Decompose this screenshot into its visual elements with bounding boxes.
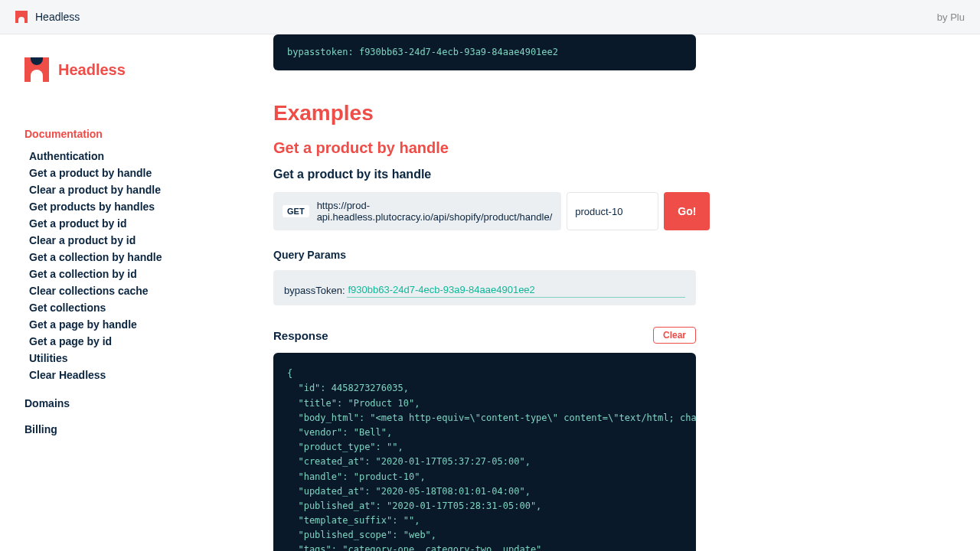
heading-examples: Examples	[273, 101, 980, 126]
nav-item-clear-collections-cache[interactable]: Clear collections cache	[24, 282, 234, 299]
nav-item-get-collection-by-id[interactable]: Get a collection by id	[24, 266, 234, 282]
sidebar-header: Headless	[24, 57, 234, 82]
request-row: GET https://prod-api.headless.plutocracy…	[273, 192, 696, 230]
request-url: https://prod-api.headless.plutocracy.io/…	[317, 200, 553, 223]
query-params-box: bypassToken:	[273, 270, 696, 305]
nav-item-clear-product-by-id[interactable]: Clear a product by id	[24, 232, 234, 249]
nav-item-get-collection-by-handle[interactable]: Get a collection by handle	[24, 249, 234, 266]
nav-item-clear-product-by-handle[interactable]: Clear a product by handle	[24, 181, 234, 198]
app-logo-icon	[15, 11, 28, 23]
method-badge: GET	[283, 205, 309, 217]
handle-input[interactable]	[567, 192, 658, 230]
app-title: Headless	[35, 11, 80, 23]
topbar: Headless by Plu	[0, 0, 980, 34]
topbar-left: Headless	[15, 11, 80, 23]
subheading-get-product-by-its-handle: Get a product by its handle	[273, 168, 980, 181]
request-box: GET https://prod-api.headless.plutocracy…	[273, 192, 561, 230]
nav-section-billing[interactable]: Billing	[24, 423, 234, 435]
nav-item-authentication[interactable]: Authentication	[24, 148, 234, 165]
nav-item-get-page-by-handle[interactable]: Get a page by handle	[24, 316, 234, 333]
sidebar: Headless Documentation Authentication Ge…	[0, 34, 256, 551]
nav-item-get-page-by-id[interactable]: Get a page by id	[24, 333, 234, 350]
heading-response: Response	[273, 329, 328, 342]
param-input-bypasstoken[interactable]	[347, 282, 686, 298]
top-code-block: bypasstoken: f930bb63-24d7-4ecb-93a9-84a…	[273, 34, 696, 70]
nav-item-get-product-by-id[interactable]: Get a product by id	[24, 215, 234, 232]
nav-section-documentation[interactable]: Documentation	[24, 128, 234, 140]
response-header: Response Clear	[273, 327, 696, 344]
nav-section-domains[interactable]: Domains	[24, 397, 234, 409]
go-button[interactable]: Go!	[664, 192, 710, 230]
sidebar-logo-icon	[24, 57, 49, 82]
param-label-bypasstoken: bypassToken:	[284, 285, 345, 296]
nav-item-get-product-by-handle[interactable]: Get a product by handle	[24, 165, 234, 181]
nav-item-utilities[interactable]: Utilities	[24, 350, 234, 367]
nav-item-clear-headless[interactable]: Clear Headless	[24, 367, 234, 383]
main-content: bypasstoken: f930bb63-24d7-4ecb-93a9-84a…	[256, 34, 980, 551]
byline: by Plu	[937, 11, 965, 23]
heading-query-params: Query Params	[273, 249, 980, 261]
response-body: { "id": 4458273276035, "title": "Product…	[273, 353, 696, 551]
sidebar-brand: Headless	[58, 61, 126, 79]
heading-get-product-by-handle: Get a product by handle	[273, 139, 980, 157]
clear-button[interactable]: Clear	[653, 327, 696, 344]
nav-item-get-collections[interactable]: Get collections	[24, 299, 234, 316]
nav-item-get-products-by-handles[interactable]: Get products by handles	[24, 198, 234, 215]
